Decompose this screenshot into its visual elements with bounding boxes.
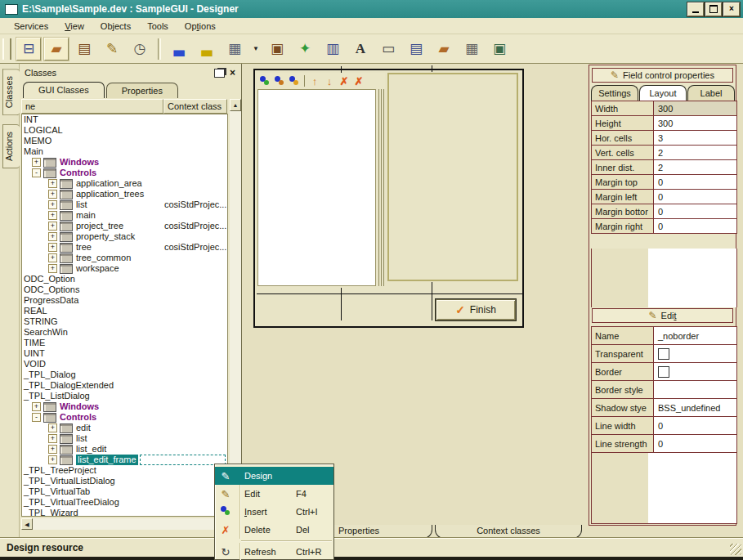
tree-row-odc-options[interactable]: ODC_Options bbox=[22, 284, 227, 295]
tree-row-controls[interactable]: -Controls bbox=[22, 168, 227, 178]
property-label[interactable]: Margin top bbox=[592, 175, 654, 189]
horizontal-scrollbar[interactable]: ◀ ▶ bbox=[21, 518, 228, 530]
tree-row-real[interactable]: REAL bbox=[22, 306, 227, 316]
menu-tools[interactable]: Tools bbox=[140, 20, 176, 33]
tree-row-tpl-virtuallistdialog[interactable]: _TPL_VirtualListDialog bbox=[22, 476, 227, 486]
property-value[interactable]: 2 bbox=[654, 146, 736, 159]
list-control-icon[interactable]: ▤ bbox=[404, 38, 428, 60]
tab-gui-classes[interactable]: GUI Classes bbox=[23, 82, 105, 98]
tree-row-memo[interactable]: MEMO bbox=[22, 136, 227, 146]
tree-row-windows[interactable]: +Windows bbox=[22, 157, 227, 168]
tree-row-tpl-dialogextended[interactable]: _TPL_DialogExtended bbox=[22, 380, 227, 391]
property-label[interactable]: Vert. cells bbox=[592, 146, 654, 159]
property-value[interactable] bbox=[654, 345, 736, 362]
tab-layout[interactable]: Layout bbox=[639, 85, 687, 101]
tree-row-string[interactable]: STRING bbox=[22, 316, 227, 327]
property-value[interactable]: 0 bbox=[654, 204, 736, 218]
property-label[interactable]: Margin left bbox=[592, 190, 654, 204]
tree-row-main[interactable]: Main bbox=[22, 146, 227, 157]
expand-box-icon[interactable]: + bbox=[32, 158, 41, 167]
property-value[interactable]: 0 bbox=[654, 435, 736, 452]
edit-section-header[interactable]: ✎ Edit bbox=[592, 308, 733, 323]
design-frame-icon[interactable]: ▣ bbox=[265, 38, 289, 60]
tree-row-tpl-virtualtab[interactable]: _TPL_VirtualTab bbox=[22, 486, 227, 497]
toolbar-grip[interactable] bbox=[2, 38, 11, 60]
tree-row-list[interactable]: +list bbox=[22, 433, 227, 444]
wizard-page-area[interactable] bbox=[387, 73, 518, 281]
property-label[interactable]: Height bbox=[592, 116, 654, 130]
tree-row-odc-option[interactable]: ODC_Option bbox=[22, 274, 227, 284]
tree-row-tpl-wizard[interactable]: _TPL_Wizard bbox=[22, 508, 227, 517]
property-value[interactable]: 300 bbox=[654, 101, 736, 115]
property-label[interactable]: Transparent bbox=[592, 345, 654, 362]
expand-box-icon[interactable]: + bbox=[48, 423, 57, 432]
tree-row-searchwin[interactable]: SearchWin bbox=[22, 327, 227, 338]
scroll-left-icon[interactable]: ◀ bbox=[21, 518, 33, 530]
column-header-context-class[interactable]: Context class bbox=[163, 99, 227, 114]
property-value[interactable]: BSS_undefined bbox=[654, 399, 736, 416]
tree-row-property-stack[interactable]: +property_stack bbox=[22, 231, 227, 242]
float-window-icon[interactable] bbox=[214, 69, 225, 78]
expand-box-icon[interactable]: + bbox=[48, 211, 57, 220]
tree-row-tpl-virtualtreedialog[interactable]: _TPL_VirtualTreeDialog bbox=[22, 497, 227, 508]
resize-grip[interactable] bbox=[730, 544, 741, 555]
move-node-icon[interactable] bbox=[287, 74, 302, 87]
collapse-box-icon[interactable]: - bbox=[32, 413, 41, 422]
property-label[interactable]: Border style bbox=[592, 381, 654, 398]
table-icon[interactable]: ▥ bbox=[320, 38, 345, 60]
tab-settings[interactable]: Settings bbox=[591, 85, 638, 101]
move-down-icon[interactable]: ↓ bbox=[322, 74, 337, 87]
window-list-icon[interactable]: ▦ bbox=[222, 38, 247, 60]
minimize-button[interactable] bbox=[687, 2, 704, 16]
expand-box-icon[interactable]: + bbox=[48, 243, 57, 252]
property-value[interactable]: 0 bbox=[654, 175, 736, 189]
property-value[interactable]: 0 bbox=[654, 417, 736, 434]
tree-row-tpl-listdialog[interactable]: _TPL_ListDialog bbox=[22, 391, 227, 401]
finish-button[interactable]: ✓ Finish bbox=[436, 299, 516, 320]
insert-child-icon[interactable] bbox=[272, 74, 287, 87]
property-label[interactable]: Border bbox=[592, 363, 654, 380]
menu-item-insert[interactable]: InsertCtrl+I bbox=[215, 503, 333, 521]
scroll-up-icon[interactable]: ▲ bbox=[230, 99, 241, 111]
menu-services[interactable]: Services bbox=[7, 20, 56, 33]
property-label[interactable]: Inner dist. bbox=[592, 160, 654, 174]
server-icon[interactable]: ▦ bbox=[459, 38, 484, 60]
expand-box-icon[interactable]: + bbox=[48, 200, 57, 209]
property-value[interactable]: 0 bbox=[654, 219, 736, 233]
property-value[interactable]: 2 bbox=[654, 160, 736, 174]
tree-row-windows[interactable]: +Windows bbox=[22, 401, 227, 412]
panel-close-icon[interactable]: × bbox=[230, 68, 235, 78]
property-label[interactable]: Shadow stye bbox=[592, 399, 654, 416]
tree-row-edit[interactable]: +edit bbox=[22, 423, 227, 433]
tree-row-tpl-dialog[interactable]: _TPL_Dialog bbox=[22, 370, 227, 380]
menu-item-edit[interactable]: ✎EditF4 bbox=[215, 485, 333, 503]
expand-box-icon[interactable]: + bbox=[48, 190, 57, 199]
delete-all-icon[interactable]: ✗ bbox=[351, 74, 366, 87]
tree-row-project-tree[interactable]: +project_treecosiStdProjec... bbox=[22, 221, 227, 231]
tree-row-void[interactable]: VOID bbox=[22, 359, 227, 370]
expand-box-icon[interactable]: + bbox=[48, 253, 57, 262]
menu-view[interactable]: View bbox=[57, 20, 92, 33]
tree-row-workspace[interactable]: +workspace bbox=[22, 263, 227, 274]
expand-box-icon[interactable]: + bbox=[32, 402, 41, 411]
property-label[interactable]: Hor. cells bbox=[592, 131, 654, 145]
tree-row-tree[interactable]: +treecosiStdProjec... bbox=[22, 242, 227, 253]
dock-tab-actions[interactable]: Actions bbox=[2, 124, 20, 168]
canvas-splitter[interactable] bbox=[378, 89, 385, 286]
property-label[interactable]: Name bbox=[592, 327, 654, 344]
dropdown-arrow-icon[interactable]: ▼ bbox=[250, 38, 262, 60]
property-value[interactable]: 0 bbox=[654, 190, 736, 204]
bottom-tab-context-classes[interactable]: Context classes bbox=[435, 525, 582, 539]
expand-box-icon[interactable]: + bbox=[48, 264, 57, 273]
tree-row-list-edit-frame[interactable]: +list_edit_frame bbox=[22, 455, 227, 465]
eraser2-icon[interactable]: ▰ bbox=[432, 38, 456, 60]
property-value[interactable]: 3 bbox=[654, 131, 736, 145]
eraser-icon[interactable]: ▰ bbox=[44, 38, 69, 60]
tree-row-tpl-treeproject[interactable]: _TPL_TreeProject bbox=[22, 465, 227, 476]
tree-row-main[interactable]: +main bbox=[22, 210, 227, 221]
tree-row-uint[interactable]: UINT bbox=[22, 348, 227, 359]
expand-box-icon[interactable]: + bbox=[48, 445, 57, 454]
tree-row-logical[interactable]: LOGICAL bbox=[22, 125, 227, 136]
dock-tab-classes[interactable]: Classes bbox=[2, 69, 20, 115]
menu-objects[interactable]: Objects bbox=[93, 20, 138, 33]
